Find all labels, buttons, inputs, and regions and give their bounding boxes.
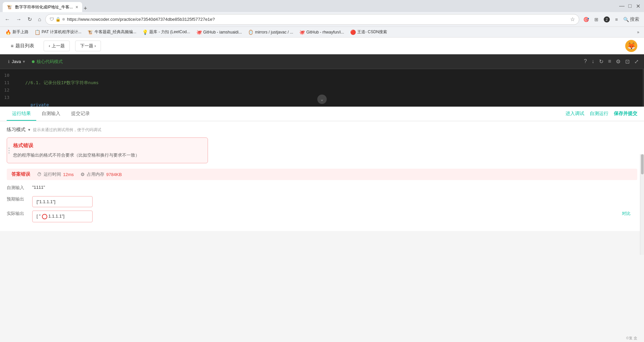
practice-hint: 提示未通过的测试用例，便于代码调试 <box>33 127 101 133</box>
error-description: 您的程序输出的格式不符合要求（比如空格和换行与要求不一致） <box>13 152 202 158</box>
bookmark-item-5[interactable]: 🪞 mirrors / justjavac / ... <box>245 28 296 36</box>
tab-run-result-label: 运行结果 <box>12 111 31 116</box>
bookmark-label-3: 题库 - 力扣 (LeetCod... <box>149 29 190 35</box>
scroll-down-button[interactable]: ⌄ <box>317 95 327 104</box>
new-tab-button[interactable]: + <box>82 5 89 12</box>
save-submit-button[interactable]: 保存并提交 <box>614 111 637 117</box>
tab-favicon: 🐮 <box>7 4 12 10</box>
bookmark-item-2[interactable]: 🐮 牛客题霸_经典高频编... <box>85 28 139 36</box>
tab-run-result[interactable]: 运行结果 <box>7 107 36 121</box>
refresh-button[interactable]: ↻ <box>25 15 34 24</box>
right-scrollbar[interactable] <box>640 154 644 231</box>
problem-list-label: 题目列表 <box>15 43 34 49</box>
next-problem-button[interactable]: 下一题 › <box>75 41 101 51</box>
bookmark-item-6[interactable]: 🐙 GitHub - rhwayfun/i... <box>297 28 347 36</box>
bookmark-icon-2: 🐮 <box>88 30 93 35</box>
help-icon[interactable]: ? <box>584 58 587 65</box>
tab-submit-record-label: 提交记录 <box>71 111 90 116</box>
practice-mode-bar: 练习模式 ▾ 提示未通过的测试用例，便于代码调试 <box>7 127 637 133</box>
compare-button[interactable]: 对比 <box>622 211 631 217</box>
list-view-icon[interactable]: ≡ <box>608 58 611 65</box>
browser-titlebar: 🐮 数字字符串转化成IP地址_牛客... × + — □ ✕ <box>0 0 644 12</box>
bookmark-label-0: 新手上路 <box>12 29 29 35</box>
bookmark-label-5: mirrors / justjavac / ... <box>255 30 293 35</box>
tracking-icon: ⊕ <box>62 17 65 21</box>
input-row: 自测输入 "1111" <box>7 185 637 193</box>
toolbar-right: 🎯 ⊞ 2 ≡ 🔍 搜索 <box>581 15 641 24</box>
practice-mode-dropdown[interactable]: ▾ <box>28 127 30 132</box>
bookmark-item-0[interactable]: 🔥 新手上路 <box>3 28 31 36</box>
actual-space-circle <box>42 214 47 219</box>
clock-icon: ⏱ <box>37 172 42 177</box>
runtime-value: 12ms <box>63 172 74 177</box>
editor-toolbar: ℹ Java ▾ 核心代码模式 ? ↓ ↻ ≡ ⚙ ⊡ ⤢ <box>0 54 644 69</box>
download-icon[interactable]: ↓ <box>592 58 594 65</box>
language-selector[interactable]: ℹ Java ▾ <box>5 58 28 65</box>
runtime-label: 运行时间 <box>44 171 61 177</box>
result-tabs: 运行结果 自测输入 提交记录 进入调试 自测运行 保存并提交 <box>0 107 644 121</box>
settings-icon[interactable]: ⚙ <box>616 58 621 65</box>
back-button[interactable]: ← <box>3 15 12 24</box>
error-box: 格式错误 您的程序输出的格式不符合要求（比如空格和换行与要求不一致） <box>7 137 208 163</box>
code-line-11: 11 //6.1. 记录分段IP数字字符串nums <box>0 79 644 87</box>
actual-label: 实际输出 <box>7 211 27 217</box>
refresh-code-icon[interactable]: ↻ <box>599 58 603 65</box>
editor-toolbar-right: ? ↓ ↻ ≡ ⚙ ⊡ ⤢ <box>584 58 639 65</box>
tabs-button[interactable]: 2 <box>602 15 612 24</box>
security-icons: 🛡 🔒 ⊕ <box>50 17 65 22</box>
tab-submit-record[interactable]: 提交记录 <box>66 107 95 121</box>
list-icon: ≡ <box>11 43 13 49</box>
scrollbar-thumb[interactable] <box>641 154 644 174</box>
problem-list-button[interactable]: ≡ 题目列表 <box>7 41 38 51</box>
search-button[interactable]: 🔍 搜索 <box>621 15 641 24</box>
editor-right-border <box>643 69 644 107</box>
prev-chevron-icon: ‹ <box>49 43 50 48</box>
input-label: 自测输入 <box>7 185 27 191</box>
bookmark-item-3[interactable]: 💡 题库 - 力扣 (LeetCod... <box>140 28 193 36</box>
debug-button[interactable]: 进入调试 <box>566 111 584 117</box>
expand-icon[interactable]: ⤢ <box>634 58 639 65</box>
user-avatar-area[interactable]: 🦊 <box>625 40 637 52</box>
tab-test-input[interactable]: 自测输入 <box>36 107 66 121</box>
tab-title: 数字字符串转化成IP地址_牛客... <box>15 4 73 10</box>
layout-icon[interactable]: ⊡ <box>625 58 630 65</box>
actual-output-box: [ " 1.1.1.1"] <box>32 211 93 222</box>
address-input[interactable] <box>67 17 568 22</box>
prev-problem-button[interactable]: ‹ 上一题 <box>44 41 69 51</box>
bookmarks-bar: 🔥 新手上路 📋 PAT 计算机程序设计... 🐮 牛客题霸_经典高频编... … <box>0 27 644 38</box>
shield-icon: 🛡 <box>50 17 54 22</box>
collections-button[interactable]: ⊞ <box>592 15 600 23</box>
self-test-run-button[interactable]: 自测运行 <box>590 111 608 117</box>
answer-status: 答案错误 <box>11 171 30 177</box>
prev-label: 上一题 <box>52 43 65 49</box>
expected-label: 预期输出 <box>7 196 27 202</box>
bookmark-label-2: 牛客题霸_经典高频编... <box>95 29 137 35</box>
tab-test-input-label: 自测输入 <box>42 111 60 116</box>
menu-button[interactable]: ≡ <box>613 15 620 23</box>
runtime-info: ⏱ 运行时间 12ms <box>37 171 74 177</box>
bookmark-item-1[interactable]: 📋 PAT 计算机程序设计... <box>32 28 84 36</box>
next-label: 下一题 <box>80 43 93 49</box>
bookmark-item-4[interactable]: 🐙 GitHub - iamshuaidi... <box>194 28 245 36</box>
code-editor[interactable]: 10 11 //6.1. 记录分段IP数字字符串nums 12 13 priva… <box>0 69 644 107</box>
practice-mode-label: 练习模式 <box>7 127 25 133</box>
pocket-button[interactable]: 🎯 <box>581 15 591 23</box>
mode-toggle[interactable]: 核心代码模式 <box>32 59 63 65</box>
results-area: 练习模式 ▾ 提示未通过的测试用例，便于代码调试 格式错误 您的程序输出的格式不… <box>0 121 644 231</box>
close-button[interactable]: ✕ <box>635 3 641 9</box>
answer-info-row: 答案错误 ⏱ 运行时间 12ms ⚙ 占用内存 9784KB <box>7 169 637 180</box>
maximize-button[interactable]: □ <box>627 3 633 9</box>
tab-close-button[interactable]: × <box>75 4 78 10</box>
forward-button[interactable]: → <box>14 15 23 24</box>
home-button[interactable]: ⌂ <box>36 15 43 24</box>
language-label: Java <box>12 59 21 64</box>
bookmark-item-7[interactable]: 🔴 王道- CSDN搜索 <box>347 28 390 36</box>
bookmark-star-icon[interactable]: ☆ <box>570 16 575 22</box>
page-header: ≡ 题目列表 ‹ 上一题 下一题 › 🦊 <box>0 38 644 54</box>
code-line-10: 10 <box>0 72 644 79</box>
bookmarks-more[interactable]: » <box>635 29 641 36</box>
active-tab[interactable]: 🐮 数字字符串转化成IP地址_牛客... × <box>3 2 82 12</box>
bookmark-icon-1: 📋 <box>35 30 40 35</box>
browser-tabs: 🐮 数字字符串转化成IP地址_牛客... × + <box>3 0 616 12</box>
minimize-button[interactable]: — <box>619 3 625 9</box>
